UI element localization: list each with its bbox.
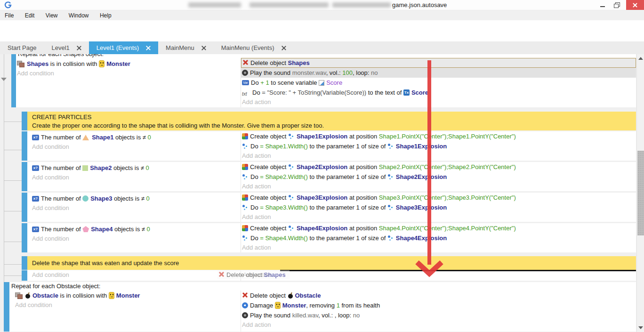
tab-start-page[interactable]: Start Page [0, 41, 44, 54]
add-condition-button[interactable]: Add condition [31, 203, 241, 213]
event-shape3[interactable]: The number of Shape3 objects is ≠ 0 Add … [22, 193, 636, 222]
shape4-icon [82, 226, 89, 232]
condition-row[interactable]: The number of Shape2 objects is ≠ 0 [31, 163, 241, 173]
token-obj: Shape4Explosion [396, 235, 447, 242]
menu-window[interactable]: Window [64, 10, 94, 19]
action-row[interactable]: Do + 1 to scene variable Score [241, 78, 636, 88]
monster-icon [99, 60, 105, 67]
event-repeat-obstacle[interactable]: Repeat for each Obstacle object: Obstacl… [4, 282, 636, 332]
comment-event-delete-shape[interactable]: Delete the shape that was eaten and upda… [22, 256, 636, 270]
foreach-header[interactable]: Repeat for each Obstacle object: [9, 282, 636, 291]
action-row[interactable]: Play the sound killed.wav, vol.: , loop:… [241, 310, 636, 320]
add-condition-button[interactable]: Add condition [31, 142, 241, 152]
condition-row[interactable]: The number of Shape1 objects is ≠ 0 [31, 132, 241, 142]
event-selection-bar[interactable] [22, 270, 27, 281]
action-row[interactable]: Do = Shape4.Width() to the parameter 1 o… [241, 233, 636, 243]
scroll-up-icon[interactable] [638, 57, 643, 60]
scroll-down-icon[interactable] [638, 326, 643, 329]
action-row[interactable]: Create object Shape1Explosion at positio… [241, 131, 636, 141]
restore-button[interactable] [610, 0, 623, 10]
menu-view[interactable]: View [41, 10, 63, 19]
action-row[interactable]: Do = "Score: " + ToString(Variable(Score… [241, 88, 636, 97]
token-text: objects is ≠ [113, 134, 147, 141]
add-condition-button[interactable]: Add condition [31, 270, 241, 280]
token-obj: Shape3Explosion [396, 204, 447, 211]
add-condition-button[interactable]: Add condition [14, 300, 241, 310]
add-action-button[interactable]: Add action [241, 212, 636, 222]
token-expr: = Shape2.Width() [260, 173, 308, 180]
create-icon [242, 194, 248, 201]
close-button[interactable] [626, 0, 644, 10]
token-text: , removing [306, 302, 336, 309]
tab-mainmenu[interactable]: MainMenu [158, 41, 214, 54]
add-action-button[interactable]: Add action [241, 182, 636, 191]
vertical-scrollbar[interactable] [636, 54, 644, 332]
event-selection-bar[interactable] [22, 223, 27, 252]
comment-event-create-particles[interactable]: CREATE PARTICLES Create the proper one a… [22, 112, 636, 130]
action-row[interactable]: Delete object Obstacle [241, 291, 636, 300]
condition-row[interactable]: The number of Shape4 objects is ≠ 0 [31, 224, 241, 234]
token-text: at position [347, 225, 379, 232]
event-selection-bar[interactable] [22, 131, 27, 161]
condition-row[interactable]: Shapes is in collision with Monster [16, 59, 241, 69]
comment-title: CREATE PARTICLES [32, 113, 636, 121]
event-selection-bar[interactable] [11, 54, 16, 107]
condition-row[interactable]: The number of Shape3 objects is ≠ 0 [31, 194, 241, 203]
condition-row[interactable]: Obstacle is in collision with Monster [14, 291, 241, 300]
particles-icon [242, 235, 249, 241]
action-row[interactable]: Do = Shape2.Width() to the parameter 1 o… [241, 172, 636, 182]
close-tab-icon[interactable] [76, 45, 81, 50]
scrollbar-thumb[interactable] [637, 151, 644, 235]
event-selection-bar[interactable] [22, 193, 27, 222]
menu-bar: File Edit View Window Help [0, 10, 644, 20]
minimize-button[interactable] [596, 0, 609, 10]
textobj-icon [403, 89, 410, 96]
close-tab-icon[interactable] [201, 45, 206, 50]
event-selection-bar[interactable] [22, 162, 27, 191]
count-icon [32, 165, 39, 171]
add-condition-button[interactable]: Add condition [16, 69, 241, 78]
particles-icon [387, 204, 394, 211]
event-repeat-shapes[interactable]: Repeat for each Shapes object: Shapes is… [11, 54, 636, 107]
menu-help[interactable]: Help [95, 10, 116, 19]
action-row[interactable]: Play the sound monster.wav, vol.: 100, l… [241, 68, 636, 78]
window-title: game.json.autosave [392, 1, 447, 8]
menu-file[interactable]: File [0, 10, 18, 19]
add-action-button[interactable]: Add action [241, 270, 636, 280]
event-shape2[interactable]: The number of Shape2 objects is ≠ 0 Add … [22, 162, 636, 191]
event-selection-bar[interactable] [4, 282, 9, 332]
token-obj: Monster [116, 292, 140, 299]
token-obj: Shape1Explosion [396, 143, 447, 150]
action-row[interactable]: Create object Shape4Explosion at positio… [241, 223, 636, 233]
add-action-button[interactable]: Add action [241, 151, 636, 161]
event-shape1[interactable]: The number of Shape1 objects is ≠ 0 Add … [22, 131, 636, 161]
token-obj: Monster [282, 302, 306, 309]
add-condition-button[interactable]: Add condition [31, 173, 241, 182]
token-text: at position [347, 133, 379, 140]
action-row[interactable]: Do = Shape1.Width() to the parameter 1 o… [241, 141, 636, 151]
close-tab-icon[interactable] [281, 45, 286, 50]
tab-mainmenu-events[interactable]: MainMenu (Events) [214, 41, 294, 54]
monster-icon [109, 292, 114, 299]
event-selection-bar[interactable] [22, 112, 27, 130]
menu-edit[interactable]: Edit [20, 10, 40, 19]
count-icon [32, 196, 39, 202]
token-expr: = Shape1.Width() [260, 143, 308, 150]
event-selection-bar[interactable] [22, 256, 27, 270]
tab-level1-events[interactable]: Level1 (Events) [89, 41, 158, 54]
action-row-selected[interactable]: Delete object Shapes [241, 58, 636, 68]
tab-level1[interactable]: Level1 [44, 41, 89, 54]
token-text: Do [250, 143, 260, 150]
action-row[interactable]: Create object Shape3Explosion at positio… [241, 193, 636, 202]
action-row[interactable]: Do = Shape3.Width() to the parameter 1 o… [241, 202, 636, 212]
add-action-button[interactable]: Add action [241, 243, 636, 252]
action-row[interactable]: Damage Monster, removing 1 from its heal… [241, 300, 636, 310]
action-row[interactable]: Create object Shape2Explosion at positio… [241, 162, 636, 172]
event-shape4[interactable]: The number of Shape4 objects is ≠ 0 Add … [22, 223, 636, 252]
add-action-button[interactable]: Add action [241, 320, 636, 330]
event-empty-drop-target[interactable]: Add condition Add action [22, 270, 636, 281]
close-tab-icon[interactable] [145, 45, 151, 50]
add-action-button[interactable]: Add action [241, 97, 636, 107]
add-condition-button[interactable]: Add condition [31, 234, 241, 243]
foreach-header[interactable]: Repeat for each Shapes object: [16, 54, 636, 58]
